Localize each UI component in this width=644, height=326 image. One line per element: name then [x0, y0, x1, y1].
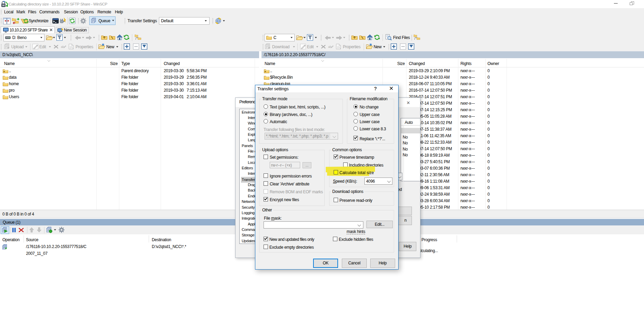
svg-text:ab: ab [61, 45, 64, 49]
svg-text:ab: ab [328, 45, 332, 49]
